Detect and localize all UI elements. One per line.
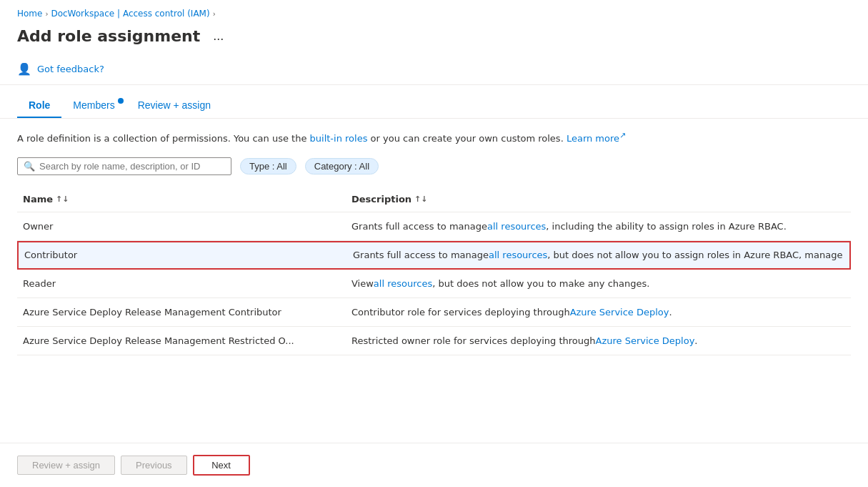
tabs: Role Members Review + assign [0,85,868,119]
table: Name ↑↓ Description ↑↓ Owner Grants full… [17,187,851,355]
type-filter-chip[interactable]: Type : All [240,158,296,174]
search-box[interactable]: 🔍 [17,157,231,175]
tab-role[interactable]: Role [17,94,61,118]
search-icon: 🔍 [24,161,35,172]
col-header-name: Name ↑↓ [17,191,346,207]
table-row[interactable]: Azure Service Deploy Release Management … [17,327,851,355]
search-input[interactable] [39,161,225,172]
breadcrumb: Home › DocWorkspace | Access control (IA… [0,0,868,24]
row-reader-name: Reader [17,270,346,297]
ellipsis-button[interactable]: ... [209,27,228,45]
tab-members[interactable]: Members [61,94,126,118]
row-owner-name: Owner [17,212,346,240]
category-filter-chip[interactable]: Category : All [305,158,379,174]
feedback-bar: 👤 Got feedback? [0,56,868,84]
table-row[interactable]: Azure Service Deploy Release Management … [17,298,851,327]
row-contributor-desc: Grants full access to manage all resourc… [347,242,849,268]
table-row[interactable]: Owner Grants full access to manage all r… [17,212,851,241]
row-contributor-name: Contributor [19,242,347,268]
row-reader-desc: View all resources, but does not allow y… [346,270,851,297]
table-row[interactable]: Reader View all resources, but does not … [17,270,851,298]
row-azure-deploy-restricted-name: Azure Service Deploy Release Management … [17,327,346,355]
members-badge [118,98,124,104]
breadcrumb-sep-2: › [213,10,216,18]
breadcrumb-sep-1: › [45,10,48,18]
external-link-icon: ↗ [619,131,626,140]
table-row[interactable]: Contributor Grants full access to manage… [17,241,851,270]
row-azure-deploy-contributor-desc: Contributor role for services deploying … [346,298,851,326]
description-text: A role definition is a collection of per… [17,130,851,146]
breadcrumb-iam[interactable]: DocWorkspace | Access control (IAM) [51,9,209,19]
feedback-link[interactable]: Got feedback? [37,64,104,74]
built-in-roles-link[interactable]: built-in roles [310,133,368,144]
desc-sort-icon[interactable]: ↑↓ [414,195,427,204]
table-header: Name ↑↓ Description ↑↓ [17,187,851,212]
breadcrumb-home[interactable]: Home [17,9,42,19]
row-azure-deploy-restricted-desc: Restricted owner role for services deplo… [346,327,851,355]
content: A role definition is a collection of per… [0,119,868,367]
feedback-icon: 👤 [17,62,31,76]
row-azure-deploy-contributor-name: Azure Service Deploy Release Management … [17,298,346,326]
learn-more-link[interactable]: Learn more↗ [567,133,626,144]
tab-review-assign[interactable]: Review + assign [126,94,222,118]
row-owner-desc: Grants full access to manage all resourc… [346,212,851,240]
page-title: Add role assignment [17,27,200,45]
filter-row: 🔍 Type : All Category : All [17,157,851,175]
page-header: Add role assignment ... [0,24,868,56]
name-sort-icon[interactable]: ↑↓ [56,195,69,204]
col-header-description: Description ↑↓ [346,191,851,207]
